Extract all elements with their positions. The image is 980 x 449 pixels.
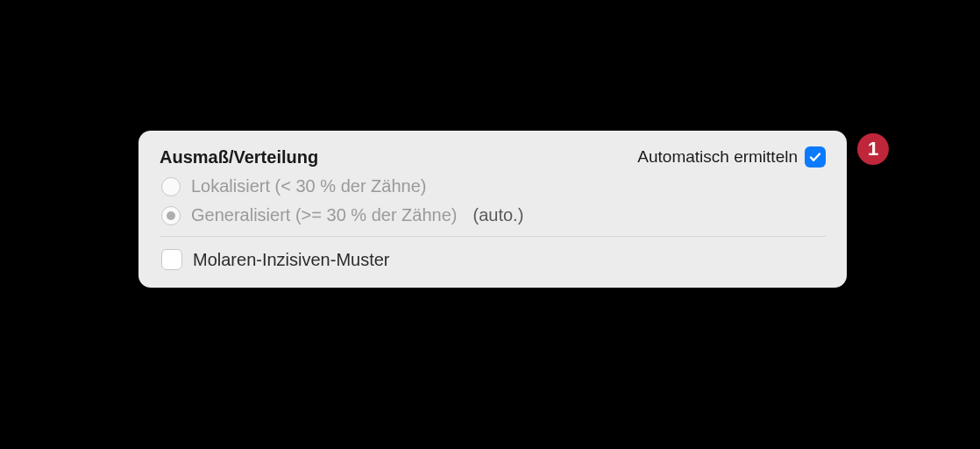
divider (160, 236, 826, 237)
radio-row-generalized: Generalisiert (>= 30 % der Zähne) (auto.… (160, 205, 826, 225)
annotation-badge: 1 (857, 133, 889, 165)
radio-localized[interactable] (161, 177, 181, 196)
molar-incisor-row: Molaren-Inzisiven-Muster (160, 249, 826, 270)
auto-detect-checkbox[interactable] (805, 146, 826, 167)
extent-distribution-panel: Ausmaß/Verteilung Automatisch ermitteln … (138, 131, 847, 288)
radio-generalized[interactable] (161, 206, 181, 225)
panel-header: Ausmaß/Verteilung Automatisch ermitteln (160, 146, 826, 167)
molar-incisor-label: Molaren-Inzisiven-Muster (193, 250, 390, 270)
auto-detect-label: Automatisch ermitteln (637, 147, 798, 167)
auto-suffix: (auto.) (473, 205, 524, 225)
panel-title: Ausmaß/Verteilung (160, 147, 318, 167)
radio-dot-icon (167, 211, 175, 220)
checkmark-icon (808, 150, 822, 164)
radio-localized-label: Lokalisiert (< 30 % der Zähne) (191, 176, 426, 196)
auto-detect-group: Automatisch ermitteln (637, 146, 826, 167)
radio-row-localized: Lokalisiert (< 30 % der Zähne) (160, 176, 826, 196)
radio-generalized-label: Generalisiert (>= 30 % der Zähne) (191, 205, 458, 225)
badge-number: 1 (868, 138, 878, 160)
molar-incisor-checkbox[interactable] (161, 249, 182, 270)
